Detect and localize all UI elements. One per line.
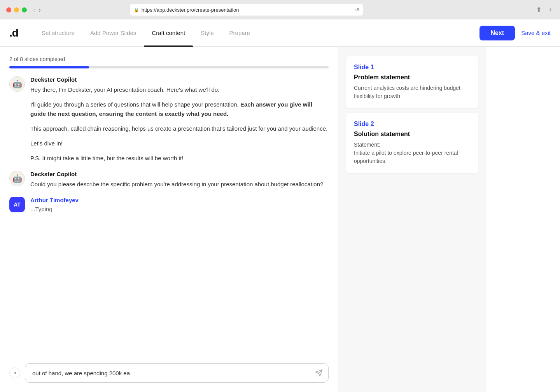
chat-panel: 2 of 8 slides completed 🤖 Deckster Copil…	[0, 47, 338, 392]
message-input[interactable]	[32, 370, 311, 376]
bot-avatar-1: 🤖	[9, 76, 25, 92]
nav-arrows: ‹ ›	[33, 6, 41, 14]
message-group-2: 🤖 Deckster Copilot Could you please desc…	[9, 171, 329, 189]
typing-text: ...Typing	[30, 206, 329, 212]
nav-step-set-structure[interactable]: Set structure	[34, 19, 82, 47]
nav-steps: Set structure Add Power Slides Craft con…	[34, 19, 480, 47]
back-arrow[interactable]: ‹	[33, 6, 35, 14]
message-input-wrapper	[25, 363, 329, 383]
message-sender-1: Deckster Copilot	[30, 76, 329, 83]
message-content-2: Deckster Copilot Could you please descri…	[30, 171, 329, 189]
traffic-lights	[6, 7, 27, 12]
message-group-3: AT Arthur Timofeyev ...Typing	[9, 197, 329, 212]
slide-2-number: Slide 2	[354, 121, 471, 128]
address-bar[interactable]: 🔒 https://app.deckster.pro/create-presen…	[130, 4, 363, 16]
slide-1-number: Slide 1	[354, 64, 471, 71]
app-header: .d Set structure Add Power Slides Craft …	[0, 19, 560, 47]
input-area	[9, 357, 329, 392]
forward-arrow[interactable]: ›	[38, 6, 41, 14]
nav-step-prepare[interactable]: Prepare	[222, 19, 258, 47]
maximize-button[interactable]	[22, 7, 27, 12]
progress-fill	[9, 66, 89, 68]
slide-card-1: Slide 1 Problem statement Current analyt…	[346, 56, 478, 108]
new-tab-icon[interactable]: ＋	[548, 6, 554, 14]
messages-list: 🤖 Deckster Copilot Hey there, I'm Deckst…	[9, 76, 329, 357]
slide-1-content: Current analytics costs are hindering bu…	[354, 84, 471, 100]
next-button[interactable]: Next	[480, 26, 515, 40]
browser-chrome: ‹ › 🔒 https://app.deckster.pro/create-pr…	[0, 0, 560, 19]
user-avatar: AT	[9, 197, 25, 212]
slide-2-title: Solution statement	[354, 131, 471, 138]
slide-2-content: Statement:Initiate a pilot to explore pe…	[354, 141, 471, 165]
slide-1-title: Problem statement	[354, 74, 471, 81]
app-logo[interactable]: .d	[9, 27, 18, 39]
reload-icon[interactable]: ↺	[355, 7, 359, 13]
nav-step-add-power-slides[interactable]: Add Power Slides	[82, 19, 144, 47]
header-actions: Next Save & exit	[480, 26, 551, 40]
lock-icon: 🔒	[134, 7, 139, 12]
slides-panel: Slide 1 Problem statement Current analyt…	[338, 47, 486, 392]
minimize-button[interactable]	[14, 7, 19, 12]
slide-card-2: Slide 2 Solution statement Statement:Ini…	[346, 113, 478, 173]
message-content-1: Deckster Copilot Hey there, I'm Deckster…	[30, 76, 329, 163]
send-button[interactable]	[315, 369, 323, 377]
message-text-2: Could you please describe the specific p…	[30, 180, 329, 189]
main-layout: 2 of 8 slides completed 🤖 Deckster Copil…	[0, 47, 560, 392]
bot-avatar-2: 🤖	[9, 171, 25, 186]
save-exit-button[interactable]: Save & exit	[521, 30, 551, 36]
browser-actions: ⬆ ＋	[536, 6, 554, 14]
collapse-button[interactable]	[9, 368, 20, 378]
nav-step-craft-content[interactable]: Craft content	[144, 19, 193, 47]
url-text: https://app.deckster.pro/create-presenta…	[142, 7, 239, 13]
progress-track	[9, 66, 329, 68]
close-button[interactable]	[6, 7, 11, 12]
progress-container: 2 of 8 slides completed	[9, 47, 329, 76]
svg-marker-0	[14, 372, 16, 374]
nav-step-style[interactable]: Style	[193, 19, 221, 47]
message-sender-2: Deckster Copilot	[30, 171, 329, 177]
message-text-1: Hey there, I'm Deckster, your AI present…	[30, 85, 329, 163]
progress-label: 2 of 8 slides completed	[9, 56, 329, 62]
message-sender-3: Arthur Timofeyev	[30, 197, 329, 203]
message-content-3: Arthur Timofeyev ...Typing	[30, 197, 329, 212]
share-icon[interactable]: ⬆	[536, 6, 541, 14]
message-group-1: 🤖 Deckster Copilot Hey there, I'm Deckst…	[9, 76, 329, 163]
